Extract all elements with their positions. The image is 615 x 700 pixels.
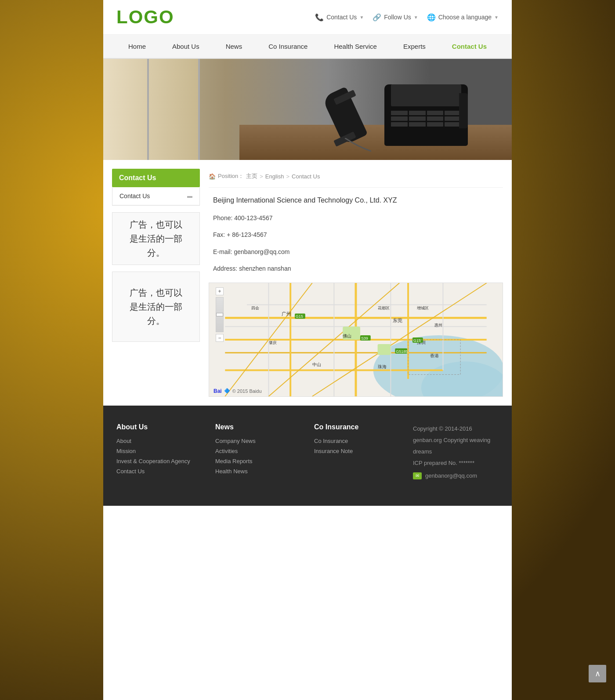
email-icon: ✉ (413, 472, 422, 479)
main-nav: Home About Us News Co Insurance Health S… (103, 35, 512, 59)
map-container[interactable]: 广州 佛山 东莞 深圳 珠海 香港 中山 肇庆 惠州 四会 花都区 增城区 (209, 283, 503, 397)
svg-text:增城区: 增城区 (416, 305, 429, 310)
map-zoom-in[interactable]: + (216, 287, 224, 295)
footer-news: News Company News Activities Media Repor… (215, 423, 301, 479)
ad-text-1: 广告，也可以是生活的一部分。 (121, 218, 191, 260)
footer-copyright: Copyright © 2014-2016 genban.org Copyrig… (413, 423, 499, 479)
nav-health-service[interactable]: Health Service (321, 35, 390, 58)
footer-news-title: News (215, 423, 301, 431)
breadcrumb-section[interactable]: English (265, 173, 284, 180)
follow-chevron-icon: ▼ (414, 15, 418, 20)
sidebar-item-icon: ▬ (187, 193, 192, 199)
svg-text:佛山: 佛山 (343, 334, 351, 338)
header-language[interactable]: 🌐 Choose a language ▼ (427, 13, 499, 22)
header-follow-us[interactable]: 🔗 Follow Us ▼ (373, 13, 418, 22)
sidebar-menu: Contact Us ▬ (112, 187, 200, 206)
footer-co-insurance-link[interactable]: Co Insurance (314, 438, 400, 444)
breadcrumb-current: Contact Us (292, 173, 320, 180)
svg-text:中山: 中山 (312, 362, 321, 366)
footer-about-us: About Us About Mission Invest & Cooperat… (116, 423, 202, 479)
sidebar-title: Contact Us (112, 169, 200, 187)
fax-value: + 86-123-4567 (227, 231, 267, 238)
phone-value: 400-123-4567 (234, 214, 272, 221)
content-area: 🏠 Position： 主页 > English > Contact Us Be… (209, 169, 503, 397)
fax-line: Fax: + 86-123-4567 (213, 230, 499, 239)
footer-invest-link[interactable]: Invest & Cooperation Agency (116, 458, 202, 464)
map-zoom-out[interactable]: − (216, 334, 224, 342)
footer-activities-link[interactable]: Activities (215, 448, 301, 454)
svg-text:珠海: 珠海 (378, 364, 387, 369)
svg-text:S39: S39 (361, 336, 368, 341)
address-line: Address: shenzhen nanshan (213, 264, 499, 273)
breadcrumb: 🏠 Position： 主页 > English > Contact Us (209, 169, 503, 188)
nav-news[interactable]: News (213, 35, 256, 58)
language-chevron-icon: ▼ (494, 15, 499, 20)
sidebar-item-label: Contact Us (119, 192, 150, 199)
footer-company-news-link[interactable]: Company News (215, 438, 301, 444)
sidebar-ad-1: 广告，也可以是生活的一部分。 (112, 212, 200, 265)
baidu-logo: Bai (213, 388, 222, 394)
svg-text:花都区: 花都区 (378, 305, 390, 310)
sidebar: Contact Us Contact Us ▬ 广告，也可以是生活的一部分。 广… (112, 169, 200, 397)
home-icon: 🏠 (209, 173, 216, 180)
breadcrumb-sep-2: > (286, 173, 289, 180)
header-language-label: Choose a language (438, 14, 492, 21)
breadcrumb-position: Position： (218, 172, 244, 180)
sidebar-item-contact-us[interactable]: Contact Us ▬ (112, 187, 199, 205)
footer-co-insurance: Co Insurance Co Insurance Insurance Note (314, 423, 400, 479)
map-footer: Bai 🔷 © 2015 Baidu (213, 388, 262, 394)
map-controls: + − (216, 287, 224, 342)
footer-email-address: genbanorg@qq.com (425, 472, 477, 479)
nav-experts[interactable]: Experts (390, 35, 439, 58)
copyright-line1: Copyright © 2014-2016 genban.org Copyrig… (413, 423, 499, 457)
email-label: E-mail: (213, 248, 232, 255)
sidebar-ad-2: 广告，也可以是生活的一部分。 (112, 272, 200, 342)
phone-line: Phone: 400-123-4567 (213, 213, 499, 223)
phone-icon: 📞 (315, 13, 324, 22)
footer-grid: About Us About Mission Invest & Cooperat… (116, 423, 499, 479)
map-copyright: © 2015 Baidu (232, 388, 262, 394)
contact-chevron-icon: ▼ (359, 15, 364, 20)
footer-about-title: About Us (116, 423, 202, 431)
nav-contact-us[interactable]: Contact Us (439, 35, 500, 58)
svg-text:G5185: G5185 (396, 349, 408, 353)
header: LOGO 📞 Contact Us ▼ 🔗 Follow Us ▼ 🌐 Ch (103, 0, 512, 35)
breadcrumb-sep-1: > (260, 173, 263, 180)
nav-about-us[interactable]: About Us (159, 35, 213, 58)
header-follow-label: Follow Us (384, 14, 411, 21)
footer-email: ✉ genbanorg@qq.com (413, 472, 499, 479)
globe-icon: 🌐 (427, 13, 436, 22)
nav-co-insurance[interactable]: Co Insurance (255, 35, 321, 58)
copyright-line2: ICP prepared No. ******* (413, 457, 499, 469)
footer-insurance-note-link[interactable]: Insurance Note (314, 448, 400, 454)
footer-contact-link[interactable]: Contact Us (116, 468, 202, 475)
svg-text:香港: 香港 (430, 353, 439, 358)
baidu-icon: 🔷 (224, 388, 230, 394)
svg-text:G15: G15 (413, 338, 421, 343)
svg-text:肇庆: 肇庆 (269, 340, 277, 345)
footer: About Us About Mission Invest & Cooperat… (103, 406, 512, 506)
address-label: Address: (213, 265, 237, 272)
header-contact-label: Contact Us (326, 14, 357, 21)
footer-co-insurance-title: Co Insurance (314, 423, 400, 431)
header-contact-us[interactable]: 📞 Contact Us ▼ (315, 13, 364, 22)
fax-label: Fax: (213, 231, 225, 238)
header-right: 📞 Contact Us ▼ 🔗 Follow Us ▼ 🌐 Choose a … (315, 13, 499, 22)
nav-home[interactable]: Home (115, 35, 159, 58)
ad-text-2: 广告，也可以是生活的一部分。 (121, 286, 191, 328)
footer-about-link[interactable]: About (116, 438, 202, 444)
svg-text:广州: 广州 (282, 311, 291, 316)
footer-health-news-link[interactable]: Health News (215, 468, 301, 475)
logo: LOGO (116, 7, 174, 28)
map-bg: 广州 佛山 东莞 深圳 珠海 香港 中山 肇庆 惠州 四会 花都区 增城区 (209, 283, 503, 396)
footer-media-reports-link[interactable]: Media Reports (215, 458, 301, 464)
svg-rect-20 (378, 344, 391, 355)
company-name: Beijing International Science and Techno… (213, 196, 499, 204)
footer-mission-link[interactable]: Mission (116, 448, 202, 454)
contact-info: Beijing International Science and Techno… (209, 196, 503, 274)
phone-label: Phone: (213, 214, 232, 221)
email-line: E-mail: genbanorg@qq.com (213, 247, 499, 257)
map-zoom-bar[interactable] (216, 297, 224, 332)
svg-text:东莞: 东莞 (393, 318, 402, 323)
breadcrumb-home[interactable]: 主页 (246, 172, 257, 180)
